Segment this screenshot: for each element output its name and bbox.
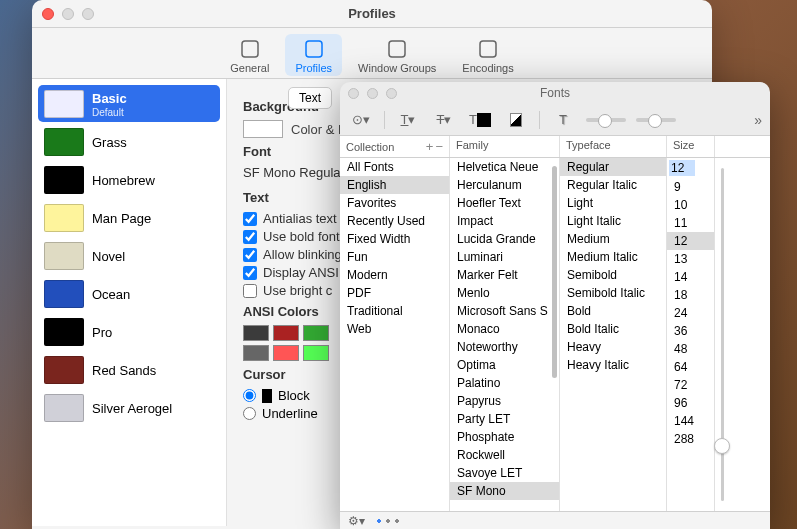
document-color-icon[interactable] <box>503 109 529 131</box>
list-item[interactable]: English <box>340 176 449 194</box>
remove-collection-icon[interactable]: − <box>435 139 443 154</box>
zoom-icon[interactable] <box>386 88 397 99</box>
list-item[interactable]: Bold <box>560 302 666 320</box>
list-item[interactable]: Regular <box>560 158 666 176</box>
list-item[interactable]: 288 <box>667 430 714 448</box>
profile-novel[interactable]: Novel <box>38 238 220 274</box>
typeface-list[interactable]: RegularRegular ItalicLightLight ItalicMe… <box>560 158 667 511</box>
list-item[interactable]: Modern <box>340 266 449 284</box>
list-item[interactable]: Hoefler Text <box>450 194 559 212</box>
list-item[interactable]: Semibold Italic <box>560 284 666 302</box>
tab-general[interactable]: General <box>220 34 279 76</box>
profile-homebrew[interactable]: Homebrew <box>38 162 220 198</box>
list-item[interactable]: Semibold <box>560 266 666 284</box>
ansi-swatch[interactable] <box>243 345 269 361</box>
list-item[interactable]: Medium <box>560 230 666 248</box>
gear-icon[interactable]: ⚙▾ <box>348 514 365 528</box>
background-color-swatch[interactable] <box>243 120 283 138</box>
list-item[interactable]: 13 <box>667 250 714 268</box>
list-item[interactable]: Menlo <box>450 284 559 302</box>
close-icon[interactable] <box>348 88 359 99</box>
list-item[interactable]: 48 <box>667 340 714 358</box>
tab-profiles[interactable]: Profiles <box>285 34 342 76</box>
list-item[interactable]: 14 <box>667 268 714 286</box>
zoom-icon[interactable] <box>82 8 94 20</box>
strikethrough-icon[interactable]: T▾ <box>431 109 457 131</box>
shadow-icon[interactable]: T <box>550 109 576 131</box>
list-item[interactable]: Helvetica Neue <box>450 158 559 176</box>
list-item[interactable]: Heavy Italic <box>560 356 666 374</box>
list-item[interactable]: Lucida Grande <box>450 230 559 248</box>
list-item[interactable]: Rockwell <box>450 446 559 464</box>
list-item[interactable]: 9 <box>667 178 714 196</box>
list-item[interactable]: 18 <box>667 286 714 304</box>
list-item[interactable]: Phosphate <box>450 428 559 446</box>
list-item[interactable]: Luminari <box>450 248 559 266</box>
profile-red-sands[interactable]: Red Sands <box>38 352 220 388</box>
underline-icon[interactable]: T▾ <box>395 109 421 131</box>
add-collection-icon[interactable]: + <box>426 139 434 154</box>
list-item[interactable]: All Fonts <box>340 158 449 176</box>
more-icon[interactable]: » <box>754 112 762 128</box>
list-item[interactable]: Savoye LET <box>450 464 559 482</box>
list-item[interactable]: 10 <box>667 196 714 214</box>
list-item[interactable]: Marker Felt <box>450 266 559 284</box>
minimize-icon[interactable] <box>367 88 378 99</box>
profile-silver-aerogel[interactable]: Silver Aerogel <box>38 390 220 426</box>
tab-text[interactable]: Text <box>288 87 332 109</box>
list-item[interactable]: Regular Italic <box>560 176 666 194</box>
profile-man-page[interactable]: Man Page <box>38 200 220 236</box>
list-item[interactable]: 72 <box>667 376 714 394</box>
list-item[interactable]: Heavy <box>560 338 666 356</box>
ansi-swatch[interactable] <box>273 325 299 341</box>
shadow-slider-1[interactable] <box>586 118 626 122</box>
list-item[interactable]: Noteworthy <box>450 338 559 356</box>
list-item[interactable]: Light Italic <box>560 212 666 230</box>
list-item[interactable]: Fixed Width <box>340 230 449 248</box>
ansi-swatch[interactable] <box>243 325 269 341</box>
list-item[interactable]: Optima <box>450 356 559 374</box>
ansi-swatch[interactable] <box>303 345 329 361</box>
list-item[interactable]: Traditional <box>340 302 449 320</box>
list-item[interactable]: SF Mono <box>450 482 559 500</box>
list-item[interactable]: Web <box>340 320 449 338</box>
list-item[interactable]: Recently Used <box>340 212 449 230</box>
list-item[interactable]: PDF <box>340 284 449 302</box>
list-item[interactable]: 96 <box>667 394 714 412</box>
profile-ocean[interactable]: Ocean <box>38 276 220 312</box>
text-color-icon[interactable]: T <box>467 109 493 131</box>
minimize-icon[interactable] <box>62 8 74 20</box>
profile-pro[interactable]: Pro <box>38 314 220 350</box>
profiles-sidebar[interactable]: BasicDefaultGrassHomebrewMan PageNovelOc… <box>32 79 227 526</box>
list-item[interactable]: Medium Italic <box>560 248 666 266</box>
list-item[interactable]: Favorites <box>340 194 449 212</box>
ansi-swatch[interactable] <box>303 325 329 341</box>
collection-list[interactable]: All FontsEnglishFavoritesRecently UsedFi… <box>340 158 450 511</box>
list-item[interactable]: 36 <box>667 322 714 340</box>
profile-basic[interactable]: BasicDefault <box>38 85 220 122</box>
list-item[interactable]: Light <box>560 194 666 212</box>
list-item[interactable]: Papyrus <box>450 392 559 410</box>
list-item[interactable]: 11 <box>667 214 714 232</box>
list-item[interactable]: Party LET <box>450 410 559 428</box>
tab-window-groups[interactable]: Window Groups <box>348 34 446 76</box>
tab-encodings[interactable]: Encodings <box>452 34 523 76</box>
list-item[interactable]: 12 <box>667 232 714 250</box>
list-item[interactable]: Microsoft Sans S <box>450 302 559 320</box>
list-item[interactable]: Palatino <box>450 374 559 392</box>
list-item[interactable]: Monaco <box>450 320 559 338</box>
list-item[interactable]: Herculanum <box>450 176 559 194</box>
size-input[interactable] <box>669 160 695 176</box>
list-item[interactable]: 64 <box>667 358 714 376</box>
ansi-swatch[interactable] <box>273 345 299 361</box>
family-list[interactable]: Helvetica NeueHerculanumHoefler TextImpa… <box>450 158 560 511</box>
list-item[interactable]: Impact <box>450 212 559 230</box>
close-icon[interactable] <box>42 8 54 20</box>
list-item[interactable]: Bold Italic <box>560 320 666 338</box>
shadow-slider-2[interactable] <box>636 118 676 122</box>
list-item[interactable]: 144 <box>667 412 714 430</box>
profile-grass[interactable]: Grass <box>38 124 220 160</box>
actions-menu-icon[interactable]: ⊙▾ <box>348 109 374 131</box>
size-slider[interactable] <box>715 158 729 511</box>
list-item[interactable]: 24 <box>667 304 714 322</box>
